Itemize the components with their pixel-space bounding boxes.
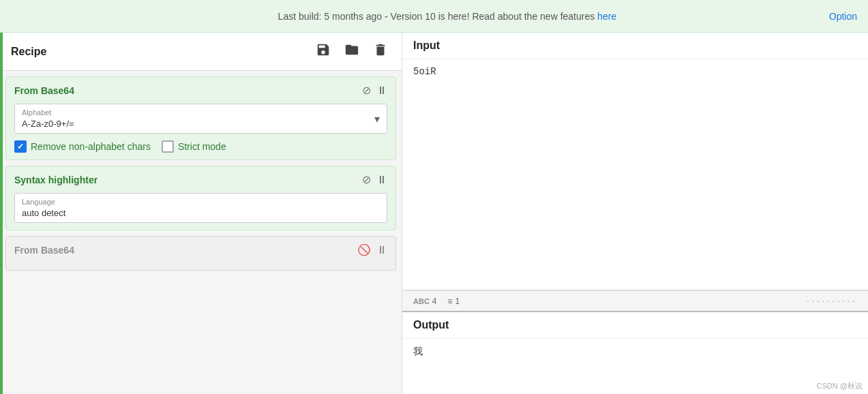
disable-op-icon-1[interactable]: ⊘ <box>362 84 371 97</box>
pause-op-icon-3[interactable]: ⏸ <box>376 244 387 256</box>
left-edge-indicator <box>0 33 3 394</box>
output-section: Output 我 <box>402 312 868 394</box>
operation-controls-3: 🚫 ⏸ <box>357 243 387 256</box>
language-value: auto detect <box>22 208 65 218</box>
alphabet-dropdown[interactable]: Alphabet A-Za-z0-9+/= ▾ <box>14 104 387 134</box>
main-layout: Recipe From Base64 ⊘ <box>0 33 868 394</box>
line-count-item: ≡ 1 <box>448 297 460 306</box>
input-section: Input 5oiR <box>402 33 868 290</box>
open-button[interactable] <box>342 41 362 62</box>
checkmark-icon: ✓ <box>17 142 24 151</box>
output-area: 我 <box>402 339 868 394</box>
alphabet-label: Alphabet <box>22 108 74 117</box>
alphabet-value: A-Za-z0-9+/= <box>22 119 74 129</box>
recipe-title: Recipe <box>11 46 46 58</box>
banner-message: Last build: 5 months ago - Version 10 is… <box>278 11 598 22</box>
pause-op-icon-2[interactable]: ⏸ <box>376 174 387 186</box>
operation-header-1: From Base64 ⊘ ⏸ <box>14 84 387 97</box>
checkboxes-row: ✓ Remove non-alphabet chars Strict mode <box>14 140 387 153</box>
disable-op-icon-2[interactable]: ⊘ <box>362 173 371 186</box>
input-header: Input <box>402 33 868 59</box>
remove-nonalpha-checkbox[interactable]: ✓ Remove non-alphabet chars <box>14 140 151 153</box>
line-count: 1 <box>455 297 460 306</box>
char-count: 4 <box>432 297 437 306</box>
char-count-item: ABC 4 <box>413 297 437 306</box>
watermark: CSDN @秋说 <box>817 381 863 391</box>
pause-op-icon-1[interactable]: ⏸ <box>376 85 387 97</box>
status-bar: ABC 4 ≡ 1 ·········· <box>402 290 868 312</box>
right-panel: Input 5oiR ABC 4 ≡ 1 ·········· Output 我 <box>402 33 868 394</box>
input-textarea[interactable]: 5oiR <box>402 59 868 290</box>
from-base64-operation-2: From Base64 🚫 ⏸ <box>5 236 396 271</box>
lines-icon: ≡ <box>448 297 453 306</box>
remove-nonalpha-box: ✓ <box>14 140 27 153</box>
operation-controls-1: ⊘ ⏸ <box>362 84 387 97</box>
operation-title-2: Syntax highlighter <box>14 175 98 185</box>
abc-label: ABC <box>413 297 430 305</box>
disable-op-icon-3[interactable]: 🚫 <box>357 243 371 256</box>
recipe-content: From Base64 ⊘ ⏸ Alphabet A-Za-z0-9+/= ▾ <box>0 71 402 394</box>
top-banner: Last build: 5 months ago - Version 10 is… <box>0 0 868 33</box>
language-dropdown[interactable]: Language auto detect <box>14 193 387 223</box>
strict-mode-box <box>162 140 174 153</box>
operation-header-2: Syntax highlighter ⊘ ⏸ <box>14 173 387 186</box>
from-base64-operation-1: From Base64 ⊘ ⏸ Alphabet A-Za-z0-9+/= ▾ <box>5 76 396 160</box>
strict-mode-checkbox[interactable]: Strict mode <box>162 140 226 153</box>
operation-title-3: From Base64 <box>14 245 74 256</box>
language-label: Language <box>22 198 380 206</box>
operation-controls-2: ⊘ ⏸ <box>362 173 387 186</box>
recipe-header: Recipe <box>0 33 402 71</box>
left-panel: Recipe From Base64 ⊘ <box>0 33 402 394</box>
operation-header-3: From Base64 🚫 ⏸ <box>14 243 387 256</box>
strict-mode-label: Strict mode <box>178 141 226 152</box>
dropdown-arrow-icon: ▾ <box>374 112 380 125</box>
operation-title-1: From Base64 <box>14 85 74 96</box>
dots-decoration: ·········· <box>807 295 857 307</box>
banner-text: Last build: 5 months ago - Version 10 is… <box>65 11 829 22</box>
save-button[interactable] <box>313 41 333 62</box>
remove-nonalpha-label: Remove non-alphabet chars <box>31 141 151 152</box>
recipe-icons <box>313 41 391 62</box>
status-dots: ·········· <box>470 295 857 307</box>
option-button[interactable]: Option <box>829 11 857 22</box>
banner-link[interactable]: here <box>597 11 616 22</box>
syntax-highlighter-operation: Syntax highlighter ⊘ ⏸ Language auto det… <box>5 166 396 230</box>
output-header: Output <box>402 312 868 339</box>
delete-button[interactable] <box>370 41 391 62</box>
